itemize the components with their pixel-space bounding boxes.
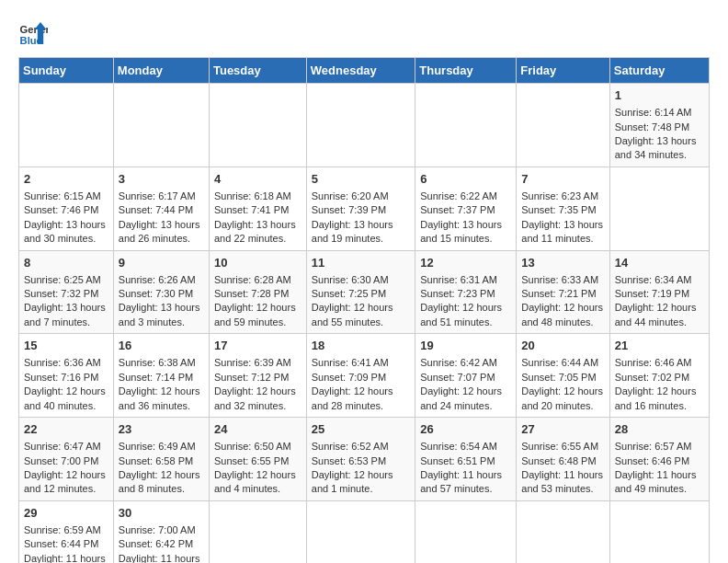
day-number: 17: [214, 338, 301, 354]
col-header-thursday: Thursday: [415, 58, 517, 84]
day-cell-1: 1Sunrise: 6:14 AMSunset: 7:48 PMDaylight…: [609, 84, 709, 167]
day-number: 27: [521, 421, 604, 438]
empty-cell: [209, 500, 306, 563]
calendar-table: SundayMondayTuesdayWednesdayThursdayFrid…: [18, 57, 710, 563]
day-number: 12: [420, 255, 511, 271]
day-number: 4: [214, 171, 301, 188]
day-number: 20: [521, 338, 604, 354]
day-cell-22: 22Sunrise: 6:47 AMSunset: 7:00 PMDayligh…: [19, 418, 114, 501]
day-cell-26: 26Sunrise: 6:54 AMSunset: 6:51 PMDayligh…: [415, 418, 517, 501]
col-header-friday: Friday: [517, 58, 609, 84]
day-number: 8: [24, 255, 108, 271]
day-cell-27: 27Sunrise: 6:55 AMSunset: 6:48 PMDayligh…: [517, 418, 609, 501]
day-cell-15: 15Sunrise: 6:36 AMSunset: 7:16 PMDayligh…: [19, 334, 114, 418]
day-number: 7: [521, 171, 604, 188]
logo: General Blue: [18, 18, 48, 48]
day-cell-12: 12Sunrise: 6:31 AMSunset: 7:23 PMDayligh…: [415, 250, 517, 334]
day-number: 18: [312, 338, 410, 354]
empty-cell: [209, 84, 306, 167]
day-cell-7: 7Sunrise: 6:23 AMSunset: 7:35 PMDaylight…: [517, 167, 609, 250]
day-number: 2: [24, 171, 108, 188]
day-number: 19: [420, 338, 511, 354]
day-cell-14: 14Sunrise: 6:34 AMSunset: 7:19 PMDayligh…: [609, 250, 709, 334]
empty-cell: [609, 167, 709, 250]
day-number: 25: [312, 421, 410, 438]
day-number: 15: [24, 338, 108, 354]
day-number: 11: [312, 255, 410, 271]
day-cell-3: 3Sunrise: 6:17 AMSunset: 7:44 PMDaylight…: [113, 167, 209, 250]
day-cell-25: 25Sunrise: 6:52 AMSunset: 6:53 PMDayligh…: [306, 418, 415, 501]
day-number: 30: [119, 505, 204, 522]
week-row-4: 15Sunrise: 6:36 AMSunset: 7:16 PMDayligh…: [19, 334, 710, 418]
day-cell-17: 17Sunrise: 6:39 AMSunset: 7:12 PMDayligh…: [209, 334, 306, 418]
day-cell-4: 4Sunrise: 6:18 AMSunset: 7:41 PMDaylight…: [209, 167, 306, 250]
week-row-2: 2Sunrise: 6:15 AMSunset: 7:46 PMDaylight…: [19, 167, 710, 250]
day-cell-2: 2Sunrise: 6:15 AMSunset: 7:46 PMDaylight…: [19, 167, 114, 250]
col-header-wednesday: Wednesday: [306, 58, 415, 84]
day-cell-19: 19Sunrise: 6:42 AMSunset: 7:07 PMDayligh…: [415, 334, 517, 418]
day-number: 21: [615, 338, 704, 354]
day-cell-23: 23Sunrise: 6:49 AMSunset: 6:58 PMDayligh…: [113, 418, 209, 501]
day-cell-20: 20Sunrise: 6:44 AMSunset: 7:05 PMDayligh…: [517, 334, 609, 418]
day-number: 29: [24, 505, 108, 522]
day-number: 13: [521, 255, 604, 271]
logo-icon: General Blue: [18, 18, 48, 48]
day-cell-29: 29Sunrise: 6:59 AMSunset: 6:44 PMDayligh…: [19, 500, 114, 563]
col-header-tuesday: Tuesday: [209, 58, 306, 84]
empty-cell: [415, 84, 517, 167]
header-row: SundayMondayTuesdayWednesdayThursdayFrid…: [19, 58, 710, 84]
day-cell-5: 5Sunrise: 6:20 AMSunset: 7:39 PMDaylight…: [306, 167, 415, 250]
day-cell-18: 18Sunrise: 6:41 AMSunset: 7:09 PMDayligh…: [306, 334, 415, 418]
empty-cell: [306, 84, 415, 167]
day-number: 24: [214, 421, 301, 438]
week-row-3: 8Sunrise: 6:25 AMSunset: 7:32 PMDaylight…: [19, 250, 710, 334]
day-cell-28: 28Sunrise: 6:57 AMSunset: 6:46 PMDayligh…: [609, 418, 709, 501]
day-cell-24: 24Sunrise: 6:50 AMSunset: 6:55 PMDayligh…: [209, 418, 306, 501]
day-number: 16: [119, 338, 204, 354]
day-cell-10: 10Sunrise: 6:28 AMSunset: 7:28 PMDayligh…: [209, 250, 306, 334]
day-cell-9: 9Sunrise: 6:26 AMSunset: 7:30 PMDaylight…: [113, 250, 209, 334]
day-cell-11: 11Sunrise: 6:30 AMSunset: 7:25 PMDayligh…: [306, 250, 415, 334]
week-row-6: 29Sunrise: 6:59 AMSunset: 6:44 PMDayligh…: [19, 500, 710, 563]
empty-cell: [113, 84, 209, 167]
empty-cell: [517, 84, 609, 167]
day-cell-6: 6Sunrise: 6:22 AMSunset: 7:37 PMDaylight…: [415, 167, 517, 250]
col-header-sunday: Sunday: [19, 58, 114, 84]
day-number: 23: [119, 421, 204, 438]
day-number: 9: [119, 255, 204, 271]
day-number: 10: [214, 255, 301, 271]
day-cell-16: 16Sunrise: 6:38 AMSunset: 7:14 PMDayligh…: [113, 334, 209, 418]
day-number: 5: [312, 171, 410, 188]
week-row-1: 1Sunrise: 6:14 AMSunset: 7:48 PMDaylight…: [19, 84, 710, 167]
col-header-monday: Monday: [113, 58, 209, 84]
col-header-saturday: Saturday: [609, 58, 709, 84]
empty-cell: [306, 500, 415, 563]
day-number: 28: [615, 421, 704, 438]
header: General Blue: [18, 18, 710, 48]
day-cell-13: 13Sunrise: 6:33 AMSunset: 7:21 PMDayligh…: [517, 250, 609, 334]
day-number: 6: [420, 171, 511, 188]
week-row-5: 22Sunrise: 6:47 AMSunset: 7:00 PMDayligh…: [19, 418, 710, 501]
day-number: 3: [119, 171, 204, 188]
day-number: 1: [615, 87, 704, 104]
day-cell-21: 21Sunrise: 6:46 AMSunset: 7:02 PMDayligh…: [609, 334, 709, 418]
day-cell-30: 30Sunrise: 7:00 AMSunset: 6:42 PMDayligh…: [113, 500, 209, 563]
day-cell-8: 8Sunrise: 6:25 AMSunset: 7:32 PMDaylight…: [19, 250, 114, 334]
empty-cell: [609, 500, 709, 563]
day-number: 14: [615, 255, 704, 271]
day-number: 26: [420, 421, 511, 438]
empty-cell: [517, 500, 609, 563]
empty-cell: [415, 500, 517, 563]
day-number: 22: [24, 421, 108, 438]
empty-cell: [19, 84, 114, 167]
